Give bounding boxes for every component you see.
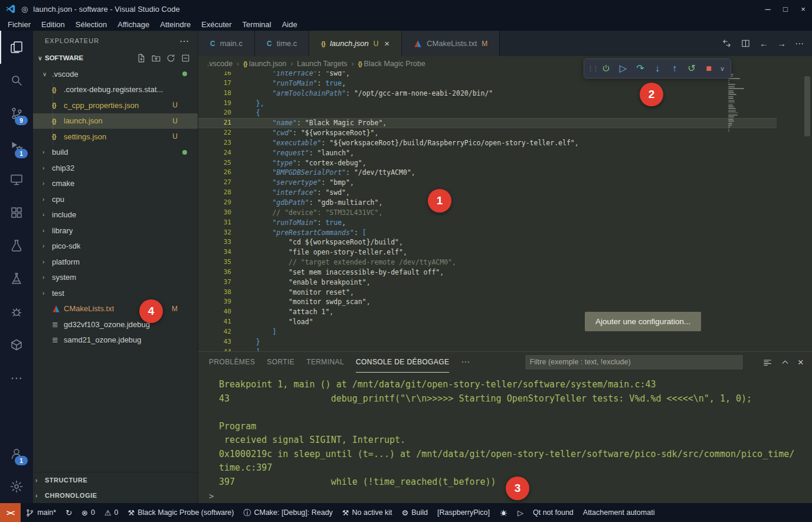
continue-button[interactable]	[598, 61, 614, 76]
activity-source-control[interactable]: 9	[0, 97, 33, 130]
menu-atteindre[interactable]: Atteindre	[155, 20, 196, 29]
add-configuration-button[interactable]: Ajouter une configuration...	[585, 312, 701, 331]
step-over-button[interactable]: ▷	[615, 61, 631, 76]
tab-launch-json[interactable]: {}launch.jsonU×	[309, 31, 402, 56]
activity-testing[interactable]	[0, 229, 33, 262]
code-line-17[interactable]: 17 "runToMain": true,	[198, 79, 777, 89]
panel-tab-sortie[interactable]: SORTIE	[267, 352, 294, 373]
code-line-20[interactable]: 20 {	[198, 108, 777, 118]
section-structure[interactable]: ›STRUCTURE	[33, 472, 198, 488]
code-line-30[interactable]: 30 // "device": "STM32L431VC",	[198, 208, 777, 218]
activity-package-explorer[interactable]	[0, 328, 33, 361]
restart-button[interactable]: ↺	[683, 61, 700, 76]
editor-more-actions-icon[interactable]: ⋯	[795, 38, 804, 49]
panel-tab-terminal[interactable]: TERMINAL	[306, 352, 344, 373]
maximize-button[interactable]: □	[777, 0, 794, 18]
status-remote[interactable]: ><	[0, 503, 21, 522]
code-line-34[interactable]: 34 "file open-story-teller.elf",	[198, 247, 777, 257]
tree-item-platform[interactable]: ›platform	[33, 254, 198, 270]
status-qt-status[interactable]: Qt not found	[528, 503, 578, 522]
code-line-36[interactable]: 36 "set mem inaccessible-by-default off"…	[198, 267, 777, 278]
activity-explorer[interactable]	[0, 31, 33, 64]
breadcrumb-vscode[interactable]: .vscode	[207, 60, 233, 68]
step-into-button[interactable]: ↓	[649, 61, 666, 76]
menu-aide[interactable]: Aide	[277, 20, 303, 29]
code-line-33[interactable]: 33 "cd ${workspaceRoot}/build",	[198, 237, 777, 247]
new-file-icon[interactable]	[136, 53, 146, 63]
step-out-button[interactable]: ↑	[666, 61, 683, 76]
code-line-21[interactable]: 21 "name": "Black Magic Probe",	[198, 118, 777, 128]
tree-item-test[interactable]: ›test	[33, 285, 198, 301]
output-lines-icon[interactable]	[762, 357, 772, 367]
new-folder-icon[interactable]	[151, 53, 161, 63]
close-button[interactable]: ×	[794, 0, 812, 18]
refresh-icon[interactable]	[166, 53, 176, 63]
tree-item-include[interactable]: ›include	[33, 207, 198, 223]
code-line-43[interactable]: 43 }	[198, 337, 777, 347]
status-cmake-status[interactable]: ⓘCMake: [Debug]: Ready	[238, 503, 337, 522]
workspace-section-header[interactable]: ∨ SOFTWARE	[33, 51, 198, 65]
tab-main-c[interactable]: Cmain.c	[198, 31, 255, 56]
status-debug-target[interactable]	[495, 503, 513, 522]
activity-debug-adapter[interactable]	[0, 295, 33, 328]
menu-terminal[interactable]: Terminal	[237, 20, 277, 29]
menu-edition[interactable]: Edition	[36, 20, 70, 29]
status-errors[interactable]: ⊗0	[77, 503, 100, 522]
activity-cmake-tools[interactable]	[0, 262, 33, 295]
tab-cmakelists-txt[interactable]: CMakeLists.txtM	[402, 31, 500, 56]
code-area[interactable]: 16 "interface": "swd",17 "runToMain": tr…	[198, 71, 777, 351]
step-back-button[interactable]: ↷	[632, 61, 649, 76]
status-cmake-build[interactable]: ⚙Build	[397, 503, 433, 522]
tab-time-c[interactable]: Ctime.c	[255, 31, 309, 56]
grip-handle[interactable]: ⋮⋮	[588, 61, 597, 76]
code-line-28[interactable]: 28 "interface": "swd",	[198, 188, 777, 198]
code-line-24[interactable]: 24 "request": "launch",	[198, 148, 777, 158]
stop-button[interactable]: ■	[700, 61, 717, 76]
console-filter-input[interactable]	[525, 354, 744, 370]
open-changes-icon[interactable]	[722, 38, 732, 48]
code-line-37[interactable]: 37 "enable breakpoint",	[198, 278, 777, 288]
tree-item-settings-json[interactable]: {}settings.jsonU	[33, 129, 198, 145]
tree-item-cpu[interactable]: ›cpu	[33, 191, 198, 207]
tree-item-vscode[interactable]: ∨.vscode	[33, 66, 198, 82]
code-line-18[interactable]: 18 "armToolchainPath": "/opt/gcc-arm-non…	[198, 89, 777, 99]
navigate-back-icon[interactable]: ←	[759, 38, 768, 48]
tree-item-cortex-debug-registers-stat[interactable]: {}.cortex-debug.registers.stat...	[33, 82, 198, 98]
code-line-44[interactable]: 44 ]	[198, 347, 777, 351]
maximize-panel-icon[interactable]	[780, 357, 790, 367]
tree-item-chip32[interactable]: ›chip32	[33, 160, 198, 176]
menu-affichage[interactable]: Affichage	[112, 20, 155, 29]
tree-item-cmakelists-txt[interactable]: CMakeLists.txtM	[33, 301, 198, 317]
code-editor[interactable]: 16 "interface": "swd",17 "runToMain": tr…	[198, 71, 812, 351]
activity-remote-explorer[interactable]	[0, 163, 33, 196]
close-icon[interactable]: ×	[384, 38, 389, 48]
code-line-38[interactable]: 38 "monitor reset",	[198, 288, 777, 298]
status-launch-target[interactable]: ▷	[513, 503, 528, 522]
code-line-23[interactable]: 23 "executable": "${workspaceRoot}/build…	[198, 138, 777, 148]
tree-item-cmake[interactable]: ›cmake	[33, 176, 198, 192]
panel-tab-probl-mes[interactable]: PROBLÈMES	[209, 352, 255, 373]
activity-more-views[interactable]: ⋯	[0, 361, 33, 394]
code-line-25[interactable]: 25 "type": "cortex-debug",	[198, 158, 777, 168]
breadcrumb-black-magic-probe[interactable]: {} Black Magic Probe	[358, 60, 425, 68]
status-cmake-variant[interactable]: [RaspberryPico]	[433, 503, 495, 522]
activity-settings[interactable]	[0, 470, 33, 503]
activity-run-and-debug[interactable]: 1	[0, 130, 33, 163]
tree-item-pico-sdk[interactable]: ›pico-sdk	[33, 239, 198, 255]
code-line-32[interactable]: 32 "preRestartCommands": [	[198, 228, 777, 238]
minimize-button[interactable]: ─	[759, 0, 777, 18]
close-panel-icon[interactable]: ×	[798, 357, 804, 367]
debug-console-output[interactable]: Breakpoint 1, main () at /mnt/data/git/o…	[198, 372, 812, 490]
tree-item-samd21-ozone-jdebug[interactable]: ≣samd21_ozone.jdebug	[33, 332, 198, 348]
code-line-22[interactable]: 22 "cwd": "${workspaceRoot}",	[198, 128, 777, 138]
tree-item-library[interactable]: ›library	[33, 223, 198, 239]
breadcrumb-launch-json[interactable]: {} launch.json	[243, 60, 286, 68]
sidebar-more-actions[interactable]: ⋯	[179, 35, 189, 47]
menu-s-lection[interactable]: Sélection	[70, 20, 112, 29]
panel-more-actions[interactable]: ⋯	[461, 357, 470, 367]
panel-tab-console-de-d-bogage[interactable]: CONSOLE DE DÉBOGAGE	[356, 352, 449, 373]
breadcrumb-launch-targets[interactable]: Launch Targets	[297, 60, 347, 68]
code-line-19[interactable]: 19 },	[198, 99, 777, 109]
stop-dropdown-button[interactable]: ∨	[718, 61, 727, 76]
tree-item-build[interactable]: ›build	[33, 145, 198, 161]
